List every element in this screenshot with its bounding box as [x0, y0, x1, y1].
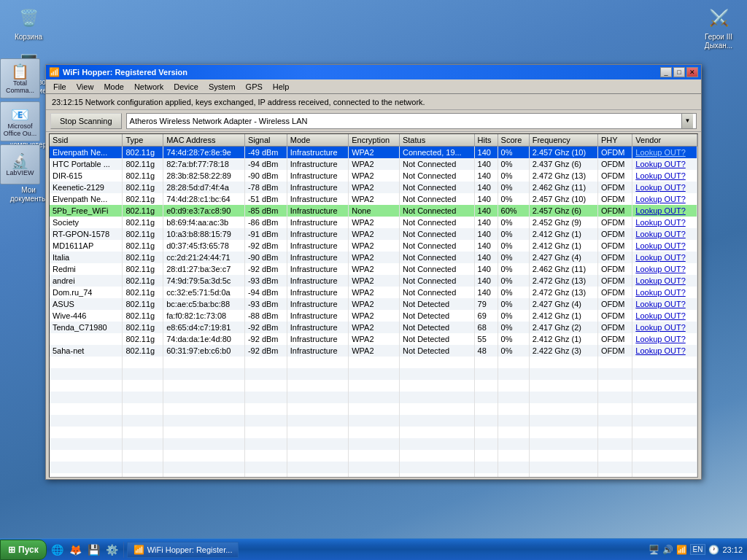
menu-device[interactable]: Device — [169, 81, 203, 93]
empty-cell — [632, 392, 697, 403]
table-row[interactable]: ASUS802.11gbc:ae:c5:ba:bc:88-93 dBmInfra… — [50, 298, 697, 310]
col-signal[interactable]: Signal — [244, 134, 287, 147]
vendor-lookup[interactable]: Lookup OUT? — [632, 193, 697, 205]
empty-cell — [349, 473, 400, 478]
empty-cell — [498, 415, 529, 427]
menu-network[interactable]: Network — [130, 81, 168, 93]
vendor-lookup[interactable]: Lookup OUT? — [632, 298, 697, 310]
vendor-lookup[interactable]: Lookup OUT? — [632, 170, 697, 182]
table-row[interactable]: Tenda_C71980802.11ge8:65:d4:c7:19:81-92 … — [50, 322, 697, 333]
quicklaunch-save[interactable]: 💾 — [86, 542, 102, 558]
table-row[interactable]: 5Pb_Free_WiFi802.11ge0:d9:e3:7a:c8:90-85… — [50, 205, 697, 217]
table-row[interactable]: RT-GPON-1578802.11g10:a3:b8:88:15:79-91 … — [50, 228, 697, 240]
desktop-icon-heroes[interactable]: ⚔️ Герои III Дыхан... — [694, 4, 743, 52]
table-cell: 802.11g — [123, 298, 163, 310]
table-cell: 2.472 Ghz (13) — [529, 170, 597, 182]
table-row[interactable]: Dom.ru_74802.11gcc:32:e5:71:5d:0a-94 dBm… — [50, 287, 697, 298]
minimize-button[interactable]: _ — [660, 67, 672, 77]
col-freq[interactable]: Frequency — [529, 134, 597, 147]
dropdown-arrow-icon: ▼ — [681, 114, 693, 128]
quicklaunch-firefox[interactable]: 🦊 — [68, 542, 84, 558]
sidebar-icon-office[interactable]: 📧 Microsof Office Ou... — [0, 101, 40, 141]
table-row[interactable]: Italia802.11gcc:2d:21:24:44:71-90 dBmInf… — [50, 252, 697, 263]
col-mac[interactable]: MAC Address — [163, 134, 245, 147]
col-mode[interactable]: Mode — [287, 134, 348, 147]
vendor-lookup[interactable]: Lookup OUT? — [632, 333, 697, 345]
table-row[interactable]: MD1611AP802.11gd0:37:45:f3:65:78-92 dBmI… — [50, 240, 697, 252]
empty-cell — [399, 415, 474, 427]
vendor-lookup[interactable]: Lookup OUT? — [632, 182, 697, 193]
adapter-name: Atheros Wireless Network Adapter - Wirel… — [130, 117, 681, 125]
maximize-button[interactable]: □ — [673, 67, 685, 77]
table-cell: WPA2 — [349, 252, 400, 263]
table-row[interactable]: 802.11g74:da:da:1e:4d:80-92 dBmInfrastru… — [50, 333, 697, 345]
quicklaunch-ie[interactable]: 🌐 — [50, 542, 66, 558]
vendor-lookup[interactable]: Lookup OUT? — [632, 345, 697, 357]
col-phy[interactable]: PHY — [597, 134, 632, 147]
empty-cell — [123, 357, 163, 368]
empty-cell — [163, 357, 245, 368]
table-row[interactable]: 5aha-net802.11g60:31:97:eb:c6:b0-92 dBmI… — [50, 345, 697, 357]
vendor-lookup[interactable]: Lookup OUT? — [632, 147, 697, 158]
vendor-lookup[interactable]: Lookup OUT? — [632, 310, 697, 322]
taskbar-wifihopper[interactable]: 📶 WiFi Hopper: Register... — [127, 542, 239, 558]
table-row[interactable]: Elvenpath Ne...802.11g74:4d:28:c1:bc:64-… — [50, 193, 697, 205]
table-cell: 0% — [498, 263, 529, 275]
vendor-lookup[interactable]: Lookup OUT? — [632, 205, 697, 217]
vendor-lookup[interactable]: Lookup OUT? — [632, 275, 697, 287]
adapter-select[interactable]: Atheros Wireless Network Adapter - Wirel… — [126, 113, 697, 129]
empty-cell — [50, 473, 123, 478]
table-cell: 802.11g — [123, 193, 163, 205]
table-row[interactable]: Society802.11gb8:69:f4:aa:ac:3b-86 dBmIn… — [50, 217, 697, 228]
vendor-lookup[interactable]: Lookup OUT? — [632, 252, 697, 263]
col-hits[interactable]: Hits — [474, 134, 498, 147]
language-badge[interactable]: EN — [690, 544, 706, 555]
table-row[interactable]: Elvenpath Ne...802.11g74:4d:28:7e:8e:9e-… — [50, 147, 697, 158]
empty-cell — [632, 450, 697, 462]
col-type[interactable]: Type — [123, 134, 163, 147]
menu-system[interactable]: System — [204, 81, 240, 93]
vendor-lookup[interactable]: Lookup OUT? — [632, 228, 697, 240]
menu-help[interactable]: Help — [268, 81, 294, 93]
vendor-lookup[interactable]: Lookup OUT? — [632, 322, 697, 333]
menu-gps[interactable]: GPS — [241, 81, 267, 93]
sidebar-icon-labview[interactable]: 🔬 LabVIEW — [0, 144, 40, 184]
menu-view[interactable]: View — [72, 81, 98, 93]
vendor-lookup[interactable]: Lookup OUT? — [632, 158, 697, 170]
table-cell: WPA2 — [349, 182, 400, 193]
col-status[interactable]: Status — [399, 134, 474, 147]
vendor-lookup[interactable]: Lookup OUT? — [632, 287, 697, 298]
table-row[interactable]: HTC Portable ...802.11g82:7a:bf:77:78:18… — [50, 158, 697, 170]
table-row-empty — [50, 438, 697, 450]
start-button[interactable]: ⊞ Пуск — [0, 540, 47, 560]
empty-cell — [498, 438, 529, 450]
table-cell: Tenda_C71980 — [50, 322, 123, 333]
col-enc[interactable]: Encryption — [349, 134, 400, 147]
vendor-lookup[interactable]: Lookup OUT? — [632, 263, 697, 275]
table-cell: 2.457 Ghz (10) — [529, 193, 597, 205]
sidebar-icon-totalcmd[interactable]: 📋 Total Comma... — [0, 58, 40, 98]
table-cell: OFDM — [597, 240, 632, 252]
table-cell: 140 — [474, 193, 498, 205]
table-row[interactable]: Wive-446802.11gfa:f0:82:1c:73:08-88 dBmI… — [50, 310, 697, 322]
vendor-lookup[interactable]: Lookup OUT? — [632, 217, 697, 228]
col-score[interactable]: Score — [498, 134, 529, 147]
table-row[interactable]: Redmi802.11g28:d1:27:ba:3e:c7-92 dBmInfr… — [50, 263, 697, 275]
table-row[interactable]: DIR-615802.11g28:3b:82:58:22:89-90 dBmIn… — [50, 170, 697, 182]
table-cell: 2.472 Ghz (13) — [529, 275, 597, 287]
table-cell: Infrastructure — [287, 263, 348, 275]
menu-mode[interactable]: Mode — [99, 81, 128, 93]
empty-cell — [287, 415, 348, 427]
empty-cell — [50, 380, 123, 392]
table-row[interactable]: andrei802.11g74:9d:79:5a:3d:5c-93 dBmInf… — [50, 275, 697, 287]
menu-file[interactable]: File — [49, 81, 71, 93]
col-vendor[interactable]: Vendor — [632, 134, 697, 147]
vendor-lookup[interactable]: Lookup OUT? — [632, 240, 697, 252]
stop-scanning-button[interactable]: Stop Scanning — [50, 113, 122, 129]
table-cell: 802.11g — [123, 228, 163, 240]
close-button[interactable]: ✕ — [686, 67, 698, 77]
col-ssid[interactable]: Ssid — [50, 134, 123, 147]
table-row[interactable]: Keenetic-2129802.11g28:28:5d:d7:4f:4a-78… — [50, 182, 697, 193]
quicklaunch-config[interactable]: ⚙️ — [104, 542, 120, 558]
desktop-icon-recycle[interactable]: 🗑️ Корзина — [4, 4, 53, 43]
